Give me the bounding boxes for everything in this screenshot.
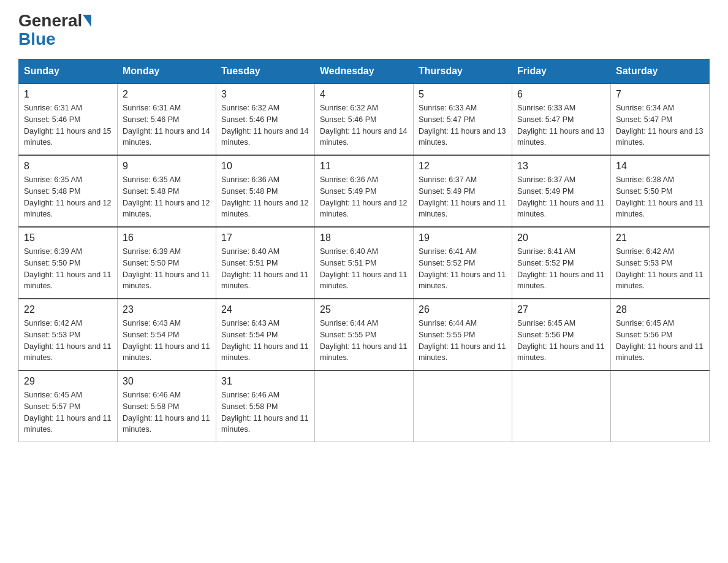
calendar-cell: 11 Sunrise: 6:36 AM Sunset: 5:49 PM Dayl… [315, 155, 414, 227]
calendar-cell: 29 Sunrise: 6:45 AM Sunset: 5:57 PM Dayl… [19, 370, 118, 442]
calendar-cell: 15 Sunrise: 6:39 AM Sunset: 5:50 PM Dayl… [19, 227, 118, 299]
calendar-cell: 13 Sunrise: 6:37 AM Sunset: 5:49 PM Dayl… [512, 155, 611, 227]
day-info: Sunrise: 6:43 AM Sunset: 5:54 PM Dayligh… [221, 318, 309, 364]
calendar-cell [611, 370, 710, 442]
day-info: Sunrise: 6:42 AM Sunset: 5:53 PM Dayligh… [616, 246, 704, 292]
day-number: 15 [24, 232, 112, 243]
weekday-header-sunday: Sunday [19, 59, 118, 84]
day-info: Sunrise: 6:31 AM Sunset: 5:46 PM Dayligh… [123, 102, 211, 148]
calendar-cell: 9 Sunrise: 6:35 AM Sunset: 5:48 PM Dayli… [118, 155, 216, 227]
day-number: 24 [221, 304, 309, 315]
day-info: Sunrise: 6:44 AM Sunset: 5:55 PM Dayligh… [419, 318, 507, 364]
calendar-cell: 22 Sunrise: 6:42 AM Sunset: 5:53 PM Dayl… [19, 299, 118, 370]
calendar-cell: 24 Sunrise: 6:43 AM Sunset: 5:54 PM Dayl… [216, 299, 315, 370]
page-header: General Blue [18, 12, 710, 48]
day-info: Sunrise: 6:35 AM Sunset: 5:48 PM Dayligh… [24, 174, 112, 220]
calendar-cell: 23 Sunrise: 6:43 AM Sunset: 5:54 PM Dayl… [118, 299, 216, 370]
calendar-cell: 30 Sunrise: 6:46 AM Sunset: 5:58 PM Dayl… [118, 370, 216, 442]
day-number: 11 [320, 161, 408, 172]
calendar-table: SundayMondayTuesdayWednesdayThursdayFrid… [18, 59, 710, 442]
weekday-header-friday: Friday [512, 59, 611, 84]
day-number: 3 [221, 89, 309, 100]
day-info: Sunrise: 6:41 AM Sunset: 5:52 PM Dayligh… [517, 246, 605, 292]
day-info: Sunrise: 6:38 AM Sunset: 5:50 PM Dayligh… [616, 174, 704, 220]
day-info: Sunrise: 6:37 AM Sunset: 5:49 PM Dayligh… [517, 174, 605, 220]
calendar-cell: 7 Sunrise: 6:34 AM Sunset: 5:47 PM Dayli… [611, 83, 710, 155]
calendar-cell: 31 Sunrise: 6:46 AM Sunset: 5:58 PM Dayl… [216, 370, 315, 442]
weekday-header-saturday: Saturday [611, 59, 710, 84]
day-info: Sunrise: 6:33 AM Sunset: 5:47 PM Dayligh… [517, 102, 605, 148]
day-number: 10 [221, 161, 309, 172]
day-info: Sunrise: 6:46 AM Sunset: 5:58 PM Dayligh… [123, 389, 211, 435]
day-info: Sunrise: 6:32 AM Sunset: 5:46 PM Dayligh… [320, 102, 408, 148]
calendar-cell: 10 Sunrise: 6:36 AM Sunset: 5:48 PM Dayl… [216, 155, 315, 227]
day-number: 25 [320, 304, 408, 315]
calendar-cell: 5 Sunrise: 6:33 AM Sunset: 5:47 PM Dayli… [414, 83, 512, 155]
week-row-2: 8 Sunrise: 6:35 AM Sunset: 5:48 PM Dayli… [19, 155, 710, 227]
day-number: 27 [517, 304, 605, 315]
day-number: 5 [419, 89, 507, 100]
day-number: 4 [320, 89, 408, 100]
weekday-header-wednesday: Wednesday [315, 59, 414, 84]
week-row-3: 15 Sunrise: 6:39 AM Sunset: 5:50 PM Dayl… [19, 227, 710, 299]
day-info: Sunrise: 6:39 AM Sunset: 5:50 PM Dayligh… [123, 246, 211, 292]
calendar-cell: 20 Sunrise: 6:41 AM Sunset: 5:52 PM Dayl… [512, 227, 611, 299]
day-info: Sunrise: 6:40 AM Sunset: 5:51 PM Dayligh… [221, 246, 309, 292]
day-number: 29 [24, 376, 112, 387]
day-number: 20 [517, 232, 605, 243]
day-number: 6 [517, 89, 605, 100]
calendar-cell: 1 Sunrise: 6:31 AM Sunset: 5:46 PM Dayli… [19, 83, 118, 155]
day-number: 22 [24, 304, 112, 315]
calendar-cell: 14 Sunrise: 6:38 AM Sunset: 5:50 PM Dayl… [611, 155, 710, 227]
day-info: Sunrise: 6:44 AM Sunset: 5:55 PM Dayligh… [320, 318, 408, 364]
day-info: Sunrise: 6:45 AM Sunset: 5:57 PM Dayligh… [24, 389, 112, 435]
calendar-cell: 28 Sunrise: 6:45 AM Sunset: 5:56 PM Dayl… [611, 299, 710, 370]
day-number: 1 [24, 89, 112, 100]
calendar-cell: 6 Sunrise: 6:33 AM Sunset: 5:47 PM Dayli… [512, 83, 611, 155]
day-number: 14 [616, 161, 704, 172]
calendar-cell: 17 Sunrise: 6:40 AM Sunset: 5:51 PM Dayl… [216, 227, 315, 299]
week-row-5: 29 Sunrise: 6:45 AM Sunset: 5:57 PM Dayl… [19, 370, 710, 442]
day-info: Sunrise: 6:32 AM Sunset: 5:46 PM Dayligh… [221, 102, 309, 148]
calendar-cell: 8 Sunrise: 6:35 AM Sunset: 5:48 PM Dayli… [19, 155, 118, 227]
calendar-cell: 2 Sunrise: 6:31 AM Sunset: 5:46 PM Dayli… [118, 83, 216, 155]
calendar-cell: 25 Sunrise: 6:44 AM Sunset: 5:55 PM Dayl… [315, 299, 414, 370]
calendar-cell: 12 Sunrise: 6:37 AM Sunset: 5:49 PM Dayl… [414, 155, 512, 227]
week-row-1: 1 Sunrise: 6:31 AM Sunset: 5:46 PM Dayli… [19, 83, 710, 155]
day-info: Sunrise: 6:42 AM Sunset: 5:53 PM Dayligh… [24, 318, 112, 364]
calendar-cell: 26 Sunrise: 6:44 AM Sunset: 5:55 PM Dayl… [414, 299, 512, 370]
day-number: 21 [616, 232, 704, 243]
calendar-cell: 16 Sunrise: 6:39 AM Sunset: 5:50 PM Dayl… [118, 227, 216, 299]
logo-general-part: General [18, 12, 82, 29]
day-info: Sunrise: 6:43 AM Sunset: 5:54 PM Dayligh… [123, 318, 211, 364]
day-info: Sunrise: 6:39 AM Sunset: 5:50 PM Dayligh… [24, 246, 112, 292]
day-info: Sunrise: 6:35 AM Sunset: 5:48 PM Dayligh… [123, 174, 211, 220]
day-info: Sunrise: 6:41 AM Sunset: 5:52 PM Dayligh… [419, 246, 507, 292]
day-number: 13 [517, 161, 605, 172]
day-number: 30 [123, 376, 211, 387]
calendar-cell: 3 Sunrise: 6:32 AM Sunset: 5:46 PM Dayli… [216, 83, 315, 155]
day-info: Sunrise: 6:36 AM Sunset: 5:49 PM Dayligh… [320, 174, 408, 220]
weekday-header-row: SundayMondayTuesdayWednesdayThursdayFrid… [19, 59, 710, 84]
week-row-4: 22 Sunrise: 6:42 AM Sunset: 5:53 PM Dayl… [19, 299, 710, 370]
day-info: Sunrise: 6:36 AM Sunset: 5:48 PM Dayligh… [221, 174, 309, 220]
day-info: Sunrise: 6:40 AM Sunset: 5:51 PM Dayligh… [320, 246, 408, 292]
calendar-cell: 19 Sunrise: 6:41 AM Sunset: 5:52 PM Dayl… [414, 227, 512, 299]
weekday-header-thursday: Thursday [414, 59, 512, 84]
calendar-cell: 21 Sunrise: 6:42 AM Sunset: 5:53 PM Dayl… [611, 227, 710, 299]
day-number: 8 [24, 161, 112, 172]
day-number: 23 [123, 304, 211, 315]
day-number: 26 [419, 304, 507, 315]
day-info: Sunrise: 6:31 AM Sunset: 5:46 PM Dayligh… [24, 102, 112, 148]
day-number: 2 [123, 89, 211, 100]
calendar-cell [512, 370, 611, 442]
calendar-cell: 18 Sunrise: 6:40 AM Sunset: 5:51 PM Dayl… [315, 227, 414, 299]
day-number: 31 [221, 376, 309, 387]
day-number: 17 [221, 232, 309, 243]
day-info: Sunrise: 6:34 AM Sunset: 5:47 PM Dayligh… [616, 102, 704, 148]
day-info: Sunrise: 6:45 AM Sunset: 5:56 PM Dayligh… [517, 318, 605, 364]
weekday-header-tuesday: Tuesday [216, 59, 315, 84]
day-number: 9 [123, 161, 211, 172]
logo-arrow-icon [83, 15, 91, 27]
logo: General Blue [18, 12, 92, 48]
